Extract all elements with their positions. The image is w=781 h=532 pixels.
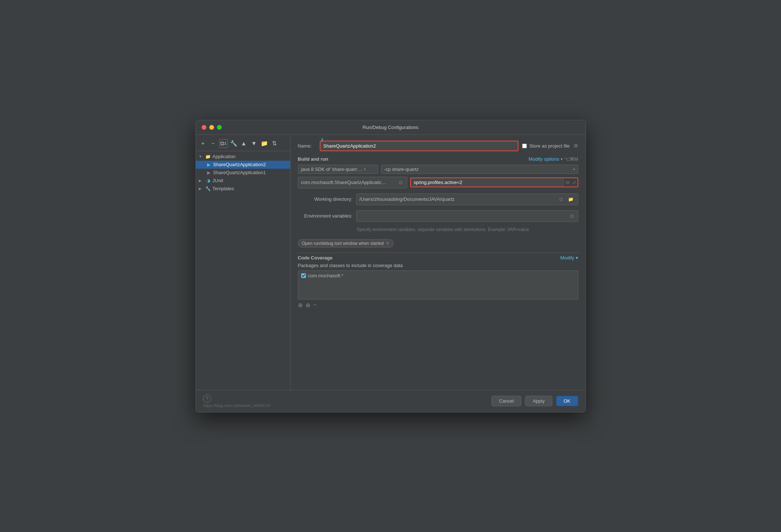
tree-templates-group[interactable]: ▶ 🔧 Templates (196, 185, 290, 193)
application-group-label: Application (213, 154, 236, 159)
vm-options-wrapper: ⊡ ⤢ (410, 177, 578, 187)
main-class-text: com.mochasoft.ShareQuartzApplicatic… (301, 180, 386, 185)
working-dir-row: Working directory: ⊡ 📁 (298, 193, 578, 205)
modify-label: Modify (560, 255, 574, 261)
build-run-row2: com.mochasoft.ShareQuartzApplicatic… ⊡ ⊡… (298, 177, 578, 188)
ok-button[interactable]: OK (556, 396, 578, 406)
sdk-select[interactable]: java 8 SDK of 'share-quart:… ▾ (298, 165, 378, 174)
build-run-section: Build and run Modify options ▾ ⌥⌘M java … (298, 156, 578, 188)
env-vars-row: Environment variables: ⊡ (298, 210, 578, 222)
coverage-item-checkbox[interactable] (301, 273, 306, 278)
sidebar: + − ⧉1 🔧 ▲ ▼ 📁 ⇅ ▼ 📁 Application ▶ Share… (196, 135, 291, 390)
store-as-project-label: Store as project file (522, 143, 570, 149)
templates-icon: 🔧 (205, 186, 211, 192)
working-dir-browse-button[interactable]: 📁 (567, 195, 575, 203)
dialog-buttons: Cancel Apply OK (491, 396, 578, 406)
working-dir-input[interactable] (360, 196, 556, 202)
wrench-button[interactable]: 🔧 (229, 139, 238, 148)
remove-config-button[interactable]: − (209, 139, 218, 148)
move-up-button[interactable]: ▲ (240, 139, 248, 148)
dialog-title: Run/Debug Configurations (362, 125, 418, 130)
store-as-project-checkbox[interactable] (522, 144, 527, 148)
minimize-button[interactable] (209, 125, 214, 130)
sort-button[interactable]: ⇅ (270, 139, 279, 148)
run-config-icon-1: ▶ (206, 162, 212, 168)
bottom-bar: ? https://blog.csdn.net/weixin_46694747 … (196, 390, 586, 412)
tree-junit-group[interactable]: ▶ ◑ JUnit (196, 177, 290, 185)
coverage-remove-button[interactable]: − (313, 302, 316, 309)
badge-1: 1 (225, 141, 227, 145)
env-vars-field: ⊡ (356, 210, 578, 222)
vm-options-action-button[interactable]: ⤢ (571, 179, 578, 187)
tool-window-row: Open run/debug tool window when started … (298, 239, 578, 247)
sidebar-item-label-1: ShareQuartzApplication2 (213, 162, 266, 167)
working-dir-expand-button[interactable]: ⊡ (558, 195, 564, 203)
build-run-row1: java 8 SDK of 'share-quart:… ▾ -cp share… (298, 165, 578, 174)
expand-arrow-junit: ▶ (199, 179, 204, 183)
coverage-modify-button[interactable]: Modify ▾ (560, 255, 578, 261)
junit-icon: ◑ (205, 178, 211, 184)
name-field-label: Name: (298, 143, 316, 149)
chevron-down-icon: ▾ (561, 157, 563, 161)
sdk-label: java 8 SDK of 'share-quart:… (301, 167, 363, 172)
env-vars-input[interactable] (360, 213, 566, 219)
coverage-subtitle: Packages and classes to include in cover… (298, 263, 578, 268)
main-panel: Name: 2 Store as project file ⚙ Build an… (291, 135, 586, 390)
working-dir-field: ⊡ 📁 (356, 193, 578, 205)
name-row: Name: 2 Store as project file ⚙ (298, 141, 578, 151)
folder-button[interactable]: 📁 (260, 139, 269, 148)
add-config-button[interactable]: + (199, 139, 207, 148)
env-vars-expand-button[interactable]: ⊡ (568, 212, 575, 220)
name-input-wrapper: 2 (320, 141, 519, 151)
main-class-browse-button[interactable]: ⊡ (397, 179, 404, 187)
gear-button[interactable]: ⚙ (574, 143, 578, 149)
coverage-item-label: com.mochasoft.* (308, 273, 343, 278)
copy-config-button[interactable]: ⧉1 (219, 139, 228, 148)
coverage-list: com.mochasoft.* (298, 270, 578, 300)
working-dir-label: Working directory: (298, 196, 353, 202)
sidebar-item-sharequartz2[interactable]: ▶ ShareQuartzApplication2 (196, 161, 290, 169)
code-coverage-section: Code Coverage Modify ▾ Packages and clas… (298, 253, 578, 309)
main-class-field[interactable]: com.mochasoft.ShareQuartzApplicatic… ⊡ (298, 177, 407, 188)
apply-button[interactable]: Apply (525, 396, 552, 406)
maximize-button[interactable] (217, 125, 222, 130)
close-button[interactable] (202, 125, 206, 130)
tag-label: Open run/debug tool window when started (302, 241, 384, 246)
help-button[interactable]: ? (203, 395, 211, 403)
cp-arrow-icon: ▾ (573, 167, 575, 171)
coverage-list-item: com.mochasoft.* (301, 273, 575, 278)
coverage-title: Code Coverage (298, 255, 333, 261)
name-input[interactable] (320, 141, 518, 150)
sidebar-item-sharequartz1[interactable]: ▶ ShareQuartzApplication1 (196, 169, 290, 177)
open-tool-window-tag: Open run/debug tool window when started … (298, 239, 394, 247)
sidebar-item-label-2: ShareQuartzApplication1 (213, 170, 266, 175)
bottom-left: ? https://blog.csdn.net/weixin_46694747 (203, 395, 273, 408)
build-run-title: Build and run (298, 156, 329, 162)
application-folder-icon: 📁 (205, 154, 211, 160)
sidebar-toolbar: + − ⧉1 🔧 ▲ ▼ 📁 ⇅ (196, 138, 290, 151)
coverage-header: Code Coverage Modify ▾ (298, 253, 578, 263)
cp-select[interactable]: -cp share-quartz ▾ (381, 165, 578, 174)
env-vars-hint: Specify environment variables, separate … (357, 227, 578, 232)
modify-options-button[interactable]: Modify options ▾ ⌥⌘M (529, 156, 578, 162)
vm-options-input[interactable] (411, 178, 564, 187)
expand-arrow-templates: ▶ (199, 187, 204, 191)
run-config-icon-2: ▶ (206, 170, 212, 176)
run-debug-configurations-dialog: Run/Debug Configurations + − ⧉1 🔧 ▲ ▼ 📁 … (195, 120, 586, 412)
move-down-button[interactable]: ▼ (250, 139, 259, 148)
tag-remove-icon[interactable]: ✕ (386, 241, 389, 246)
title-bar: Run/Debug Configurations (196, 120, 586, 135)
coverage-chevron-icon: ▾ (576, 255, 578, 261)
coverage-add-button[interactable]: ⊕ (298, 302, 303, 309)
tree-application-group[interactable]: ▼ 📁 Application (196, 153, 290, 161)
modify-options-label: Modify options (529, 156, 559, 162)
coverage-add-class-button[interactable]: ⊕ (306, 302, 310, 309)
cp-label: -cp share-quartz (384, 167, 419, 172)
expand-arrow-application: ▼ (199, 154, 204, 159)
shortcut-label: ⌥⌘M (564, 156, 578, 162)
cancel-button[interactable]: Cancel (491, 396, 521, 406)
env-vars-label: Environment variables: (298, 213, 353, 219)
vm-options-expand-button[interactable]: ⊡ (564, 179, 571, 187)
watermark-text: https://blog.csdn.net/weixin_46694747 (203, 403, 271, 408)
sdk-arrow-icon: ▾ (364, 167, 366, 171)
